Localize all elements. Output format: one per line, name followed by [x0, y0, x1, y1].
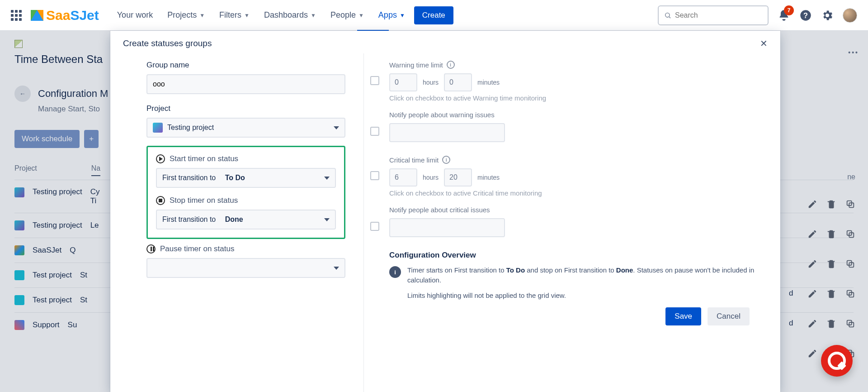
ov-bold: Done — [616, 266, 633, 274]
svg-point-0 — [665, 13, 670, 17]
nav-items: Your work Projects▼ Filters▼ Dashboards▼… — [117, 10, 405, 20]
pause-icon — [146, 244, 156, 253]
warning-hours-input[interactable] — [389, 73, 417, 91]
start-timer-select[interactable]: First transition to To Do — [156, 168, 336, 188]
nav-label: Projects — [167, 10, 197, 20]
start-timer-text: Start timer on status — [170, 154, 238, 163]
help-fab[interactable] — [821, 345, 853, 377]
critical-limit-label: Critical time limiti — [389, 156, 762, 164]
chevron-down-icon — [334, 267, 339, 270]
minutes-label: minutes — [477, 174, 500, 181]
warning-section: Warning time limiti hours minutes Click … — [389, 61, 762, 142]
warning-hint: Click on checkbox to active Warning time… — [389, 94, 762, 102]
pause-timer-text: Pause timer on status — [160, 244, 234, 253]
modal-right-column: Warning time limiti hours minutes Click … — [363, 53, 780, 392]
nav-filters[interactable]: Filters▼ — [219, 10, 250, 20]
stop-icon — [156, 196, 165, 205]
warning-label-text: Warning time limit — [389, 61, 443, 69]
stop-timer-text: Stop timer on status — [170, 196, 238, 205]
overview-section: Configuration Overview i Timer starts on… — [389, 251, 762, 300]
chevron-down-icon — [334, 126, 339, 129]
chevron-down-icon: ▼ — [311, 12, 316, 19]
project-value: Testing project — [167, 124, 214, 132]
warning-notify-checkbox[interactable] — [370, 127, 379, 136]
logo-text: SaaSJet — [46, 8, 99, 23]
save-button[interactable]: Save — [665, 307, 701, 325]
play-icon — [156, 154, 165, 163]
chat-icon — [828, 352, 846, 370]
chevron-down-icon — [324, 177, 330, 180]
user-avatar[interactable] — [843, 8, 857, 23]
svg-line-1 — [669, 17, 670, 18]
hours-label: hours — [423, 174, 439, 181]
chevron-down-icon: ▼ — [359, 12, 364, 19]
critical-checkbox[interactable] — [370, 171, 379, 180]
stop-value: Done — [225, 215, 243, 224]
notification-badge: 7 — [784, 5, 794, 15]
nav-label: People — [330, 10, 356, 20]
modal-left-column: Group name Project Testing project Start… — [110, 53, 363, 392]
svg-text:?: ? — [803, 11, 808, 19]
nav-label: Filters — [219, 10, 241, 20]
app-launcher-icon[interactable] — [11, 10, 22, 21]
critical-hint: Click on checkbox to active Critical tim… — [389, 189, 762, 197]
critical-label-text: Critical time limit — [389, 156, 439, 164]
nav-apps[interactable]: Apps▼ — [378, 10, 405, 20]
ov-part: and stop on First transition to — [525, 266, 616, 274]
stop-prefix: First transition to — [162, 215, 216, 224]
overview-title: Configuration Overview — [389, 251, 762, 260]
search-icon — [664, 11, 671, 19]
chevron-down-icon — [324, 218, 330, 221]
critical-section: Critical time limiti hours minutes Click… — [389, 156, 762, 237]
critical-notify-input[interactable] — [389, 218, 505, 237]
modal-footer: Save Cancel — [389, 300, 762, 325]
pause-timer-select[interactable] — [146, 258, 345, 278]
project-select[interactable]: Testing project — [146, 118, 345, 138]
start-value: To Do — [225, 174, 245, 182]
nav-people[interactable]: People▼ — [330, 10, 364, 20]
chevron-down-icon: ▼ — [199, 12, 205, 19]
settings-icon[interactable] — [821, 9, 834, 22]
modal-title: Create statuses groups — [123, 38, 212, 48]
warning-notify-label: Notify people about warning issues — [389, 111, 762, 119]
info-icon: i — [389, 266, 401, 278]
create-button[interactable]: Create — [414, 6, 453, 24]
help-icon[interactable]: ? — [799, 9, 812, 22]
critical-hours-input[interactable] — [389, 168, 417, 186]
ov-part: Limits highlighting will not be applied … — [407, 292, 566, 299]
nav-your-work[interactable]: Your work — [117, 10, 153, 20]
info-icon[interactable]: i — [447, 61, 455, 69]
notifications-icon[interactable]: 7 — [778, 9, 790, 22]
nav-projects[interactable]: Projects▼ — [167, 10, 205, 20]
chevron-down-icon: ▼ — [400, 12, 405, 19]
timer-highlight-box: Start timer on status First transition t… — [146, 146, 345, 239]
warning-notify-input[interactable] — [389, 123, 505, 142]
group-name-label: Group name — [146, 61, 345, 70]
hours-label: hours — [423, 79, 439, 86]
logo[interactable]: SaaSJet — [31, 8, 99, 23]
nav-label: Dashboards — [264, 10, 308, 20]
close-icon[interactable]: ✕ — [760, 38, 768, 49]
group-name-field[interactable] — [153, 80, 339, 88]
search-input[interactable] — [675, 11, 762, 19]
info-icon[interactable]: i — [442, 156, 450, 164]
nav-dashboards[interactable]: Dashboards▼ — [264, 10, 316, 20]
minutes-label: minutes — [477, 79, 500, 86]
ov-bold: To Do — [506, 266, 525, 274]
nav-label: Your work — [117, 10, 153, 20]
warning-checkbox[interactable] — [370, 76, 379, 85]
ov-part: Timer starts on First transition to — [407, 266, 506, 274]
group-name-input[interactable] — [146, 74, 345, 94]
search-box[interactable] — [658, 5, 769, 25]
critical-minutes-input[interactable] — [444, 168, 472, 186]
start-prefix: First transition to — [162, 174, 216, 182]
critical-notify-label: Notify people about critical issues — [389, 206, 762, 214]
critical-notify-checkbox[interactable] — [370, 222, 379, 231]
cancel-button[interactable]: Cancel — [708, 307, 750, 325]
warning-minutes-input[interactable] — [444, 73, 472, 91]
pause-timer-label: Pause timer on status — [146, 244, 345, 253]
warning-limit-label: Warning time limiti — [389, 61, 762, 69]
stop-timer-select[interactable]: First transition to Done — [156, 210, 336, 229]
project-icon — [153, 123, 163, 133]
chevron-down-icon: ▼ — [244, 12, 250, 19]
